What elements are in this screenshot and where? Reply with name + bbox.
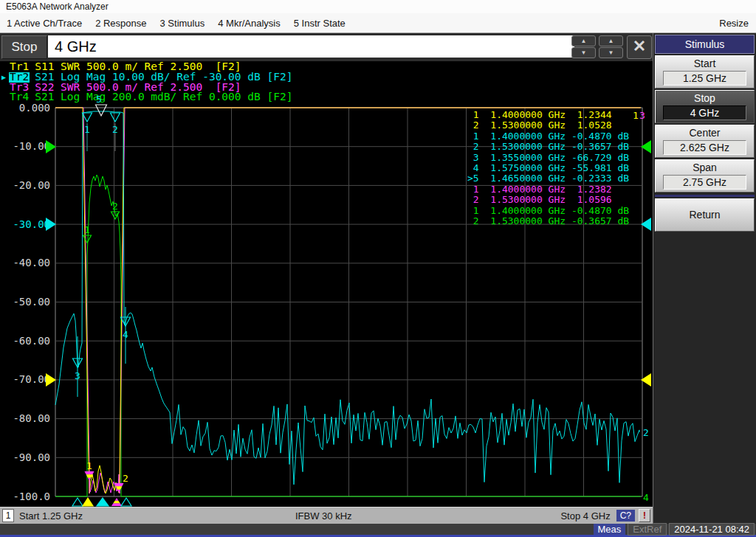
marker-triangle[interactable] xyxy=(83,235,92,243)
softkey-label: Start xyxy=(656,56,754,71)
marker-triangle[interactable] xyxy=(96,105,107,116)
marker-readout-row: 1 1.4000000 GHz -0.4870 dB xyxy=(467,206,629,216)
ref-level-arrow-left[interactable] xyxy=(46,373,56,387)
entry-spinner-coarse: ▲ ▼ xyxy=(599,35,623,58)
ref-level-arrow-left[interactable] xyxy=(46,218,56,231)
menu-item-4[interactable]: 4 Mkr/Analysis xyxy=(211,14,287,32)
status-ifbw: IFBW 30 kHz xyxy=(295,510,352,522)
softkey-center[interactable]: Center2.625 GHz xyxy=(655,125,755,158)
marker-readout-row: 2 1.5300000 GHz 1.0596 xyxy=(467,195,629,205)
channel-badge: 1 xyxy=(2,509,14,522)
entry-value-field[interactable]: 4 GHz xyxy=(48,35,574,58)
softkey-return-label: Return xyxy=(656,199,754,231)
marker-triangle[interactable] xyxy=(111,113,120,122)
extref-status-badge: ExtRef xyxy=(628,523,667,536)
marker-readout-row: >5 1.4650000 GHz -0.2333 dB xyxy=(467,173,629,184)
y-axis-label: -50.00 xyxy=(13,296,50,308)
marker-readout-row: 2 1.5300000 GHz 1.0528 xyxy=(467,120,629,131)
application-window: E5063A Network Analyzer 1 Active Ch/Trac… xyxy=(0,0,756,537)
softkey-return[interactable]: Return xyxy=(655,198,755,232)
marker-number-label: 5 xyxy=(96,94,102,105)
status-stop: Stop 4 GHz xyxy=(560,510,610,522)
marker-number-label: 1 xyxy=(86,460,92,471)
ref-level-arrow-left[interactable] xyxy=(46,140,56,153)
marker-readout-row: 1 1.4000000 GHz 1.2382 xyxy=(467,184,629,195)
marker-triangle[interactable] xyxy=(83,498,93,506)
status-bar: 1 Start 1.25 GHz IFBW 30 kHz Stop 4 GHz … xyxy=(0,507,653,524)
y-axis-label: -60.00 xyxy=(13,335,50,347)
softkey-value: 2.75 GHz xyxy=(663,175,746,190)
warning-icon: ! xyxy=(639,509,650,522)
entry-bar: Stop 4 GHz ▲ ▼ ▲ ▼ ✕ xyxy=(0,33,653,61)
marker-triangle[interactable] xyxy=(72,498,83,506)
marker-triangle[interactable] xyxy=(115,498,119,501)
menu-item-5[interactable]: 5 Instr State xyxy=(287,14,352,32)
menu-item-1[interactable]: 1 Active Ch/Trace xyxy=(0,14,89,32)
marker-number-label: 2 xyxy=(123,473,128,484)
marker-readout-row: 4 1.5750000 GHz -55.981 dB xyxy=(467,163,629,173)
softkey-label: Span xyxy=(656,160,754,175)
marker-readout-row: 1 1.4000000 GHz 1.2344 xyxy=(467,110,629,120)
entry-field-label: Stop xyxy=(1,35,47,59)
softkey-panel: Stimulus Start1.25 GHzStop4 GHzCenter2.6… xyxy=(653,33,756,524)
trace-edge-number: 4 xyxy=(643,492,649,503)
marker-readout: 1 1.4000000 GHz 1.2344 2 1.5300000 GHz 1… xyxy=(467,110,629,226)
marker-readout-row: 2 1.5300000 GHz -0.3657 dB xyxy=(467,142,629,152)
softkey-header: Stimulus xyxy=(655,35,755,54)
graph-area: Tr1S11 SWR 500.0 m/ Ref 2.500 [F2]▶Tr2S2… xyxy=(0,61,653,507)
correction-badge: C? xyxy=(616,510,635,522)
y-axis-label: -100.0 xyxy=(13,491,50,502)
softkey-span[interactable]: Span2.75 GHz xyxy=(655,159,755,193)
softkey-value: 4 GHz xyxy=(663,105,746,120)
spin-up-icon[interactable]: ▲ xyxy=(599,35,623,46)
trace-edge-number: 1 xyxy=(633,110,639,121)
instrument-area: Stop 4 GHz ▲ ▼ ▲ ▼ ✕ Tr1S11 SWR 500.0 m/… xyxy=(0,33,756,524)
softkey-separator xyxy=(655,195,755,197)
spin-down-icon[interactable]: ▼ xyxy=(571,47,596,58)
entry-spinner-fine: ▲ ▼ xyxy=(571,35,596,58)
softkey-value: 2.625 GHz xyxy=(663,140,746,155)
marker-readout-row: 2 1.5300000 GHz -0.3657 dB xyxy=(467,216,629,226)
marker-triangle[interactable] xyxy=(121,498,131,506)
y-axis-label: -90.00 xyxy=(13,451,50,463)
y-axis-label: -20.00 xyxy=(13,179,50,191)
softkey-label: Center xyxy=(656,125,754,140)
marker-triangle[interactable] xyxy=(97,498,109,506)
system-status-bar: Meas ExtRef 2024-11-21 08:42 xyxy=(0,524,756,537)
softkey-list: Start1.25 GHzStop4 GHzCenter2.625 GHzSpa… xyxy=(655,55,755,193)
softkey-label: Stop xyxy=(656,91,754,105)
marker-number-label: 4 xyxy=(123,329,128,340)
marker-triangle[interactable] xyxy=(88,478,91,481)
y-axis-label: -10.00 xyxy=(13,140,50,152)
marker-number-label: 1 xyxy=(84,124,90,135)
menu-bar: 1 Active Ch/Trace2 Response3 Stimulus4 M… xyxy=(0,13,756,33)
spin-down-icon[interactable]: ▼ xyxy=(599,47,623,58)
status-start: Start 1.25 GHz xyxy=(19,510,83,522)
marker-number-label: 2 xyxy=(112,201,118,212)
window-title-bar: E5063A Network Analyzer xyxy=(0,0,756,13)
softkey-start[interactable]: Start1.25 GHz xyxy=(655,55,755,89)
datetime-display: 2024-11-21 08:42 xyxy=(669,523,755,536)
marker-triangle[interactable] xyxy=(85,471,94,474)
menu-resize[interactable]: Resize xyxy=(712,14,756,32)
window-title: E5063A Network Analyzer xyxy=(6,1,109,12)
trace-edge-number: 2 xyxy=(643,427,649,438)
marker-number-label: 1 xyxy=(84,224,90,235)
spin-up-icon[interactable]: ▲ xyxy=(571,35,596,46)
marker-number-label: 2 xyxy=(112,124,118,135)
marker-triangle[interactable] xyxy=(113,501,120,504)
menu-item-2[interactable]: 2 Response xyxy=(89,14,153,32)
y-axis-label: -40.00 xyxy=(13,257,50,268)
trace-edge-number: 3 xyxy=(639,110,645,121)
marker-triangle[interactable] xyxy=(111,503,122,506)
menu-item-3[interactable]: 3 Stimulus xyxy=(154,14,212,32)
y-axis-label: -30.00 xyxy=(13,218,50,230)
softkey-stop[interactable]: Stop4 GHz xyxy=(655,90,755,123)
meas-status-badge: Meas xyxy=(594,524,626,535)
marker-readout-row: 1 1.4000000 GHz -0.4870 dB xyxy=(467,131,629,142)
menu-items: 1 Active Ch/Trace2 Response3 Stimulus4 M… xyxy=(0,14,352,32)
softkey-value: 1.25 GHz xyxy=(663,71,746,86)
marker-readout-row: 3 1.3550000 GHz -66.729 dB xyxy=(467,153,629,163)
channel-window: Stop 4 GHz ▲ ▼ ▲ ▼ ✕ Tr1S11 SWR 500.0 m/… xyxy=(0,33,653,524)
entry-close-icon[interactable]: ✕ xyxy=(627,35,652,59)
